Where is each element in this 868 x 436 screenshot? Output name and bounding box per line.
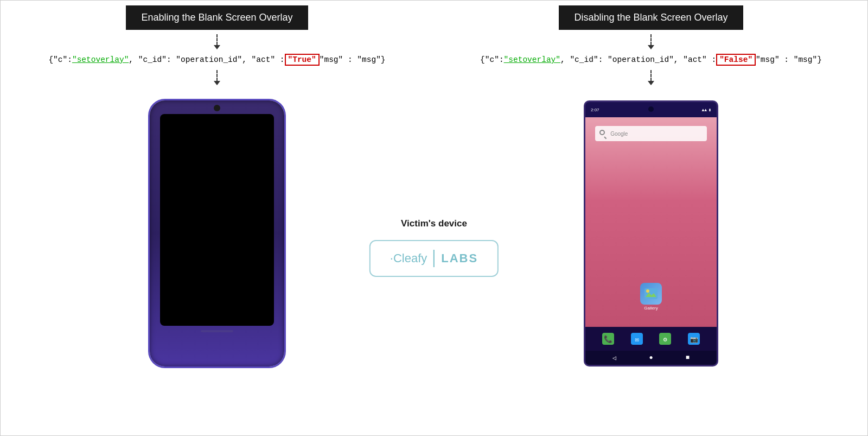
back-nav: ◁ [612, 354, 616, 362]
left-arrow-1 [214, 34, 220, 49]
left-phone [150, 100, 284, 367]
right-status-icons: ▲▲ ▮ [702, 108, 711, 112]
left-home-bar [201, 330, 233, 332]
svg-text:⚙: ⚙ [663, 336, 668, 344]
right-code-suffix: "msg" : "msg"} [756, 55, 822, 64]
gallery-app: Gallery [640, 283, 662, 311]
left-phone-body [150, 100, 284, 367]
right-apps-area: Gallery [640, 141, 662, 327]
right-search-bar: Google [595, 126, 707, 141]
labs-text: LABS [441, 251, 478, 266]
right-panel: Disabling the Blank Screen Overlay {"c":… [434, 0, 868, 436]
left-code-line: {"c": "setoverlay" , "c_id": "operation_… [0, 54, 434, 66]
left-code-cmd: "setoverlay" [72, 55, 129, 64]
right-arrow-1 [648, 34, 654, 49]
right-nav-bar: ◁ ● ■ [585, 351, 717, 365]
cleafy-badge: ·Cleafy LABS [369, 240, 499, 277]
gallery-label: Gallery [644, 306, 658, 311]
camera-icon-svg: 📷 [688, 333, 700, 345]
right-screen: Google [585, 117, 717, 327]
cleafy-divider [433, 250, 435, 267]
settings-dock-icon: ⚙ [658, 332, 672, 346]
svg-point-2 [646, 289, 649, 293]
wifi-icon: ▲▲ [702, 108, 707, 112]
home-nav: ● [649, 354, 653, 362]
gallery-icon [640, 283, 662, 305]
left-code-prefix: {"c": [48, 55, 72, 64]
battery-icon: ▮ [709, 108, 711, 112]
left-arrow-2 [214, 70, 220, 85]
right-arrow-2 [648, 70, 654, 85]
left-screen-blank [160, 114, 274, 326]
recents-nav: ■ [686, 354, 690, 362]
svg-text:✉: ✉ [635, 336, 639, 344]
left-code-mid: , "c_id": "operation_id", "act" : [129, 55, 284, 64]
left-title: Enabling the Blank Screen Overlay [126, 5, 308, 30]
messages-dock-icon: ✉ [630, 332, 644, 346]
center-watermark: Victim's device ·Cleafy LABS [369, 218, 499, 277]
left-camera [214, 105, 220, 111]
right-code-line: {"c": "setoverlay" , "c_id": "operation_… [434, 54, 868, 66]
right-code-prefix: {"c": [480, 55, 504, 64]
svg-text:📷: 📷 [690, 335, 698, 344]
victims-device-label: Victim's device [401, 218, 467, 229]
right-title: Disabling the Blank Screen Overlay [559, 5, 743, 30]
right-time: 2:07 [591, 108, 599, 112]
right-phone-body: 2:07 ▲▲ ▮ Google [584, 100, 718, 367]
gallery-svg [644, 288, 658, 299]
phone-icon-svg: 📞 [602, 333, 614, 345]
messages-icon-svg: ✉ [631, 333, 643, 345]
camera-dock-icon: 📷 [687, 332, 701, 346]
right-status-bar: 2:07 ▲▲ ▮ [585, 102, 717, 117]
svg-rect-0 [644, 288, 658, 299]
right-code-cmd: "setoverlay" [504, 55, 560, 64]
search-label: Google [610, 131, 628, 137]
left-code-suffix: "msg" : "msg"} [320, 55, 386, 64]
phone-dock-icon: 📞 [601, 332, 615, 346]
settings-icon-svg: ⚙ [659, 333, 671, 345]
right-code-mid: , "c_id": "operation_id", "act" : [560, 55, 716, 64]
right-dock: 📞 ✉ ⚙ [585, 327, 717, 351]
search-icon [599, 130, 607, 137]
right-code-act: "False" [716, 54, 756, 66]
cleafy-logo-text: ·Cleafy [390, 251, 427, 266]
left-code-act: "True" [285, 54, 320, 66]
right-camera [648, 106, 654, 112]
right-phone: 2:07 ▲▲ ▮ Google [584, 100, 718, 367]
svg-text:📞: 📞 [604, 334, 613, 344]
